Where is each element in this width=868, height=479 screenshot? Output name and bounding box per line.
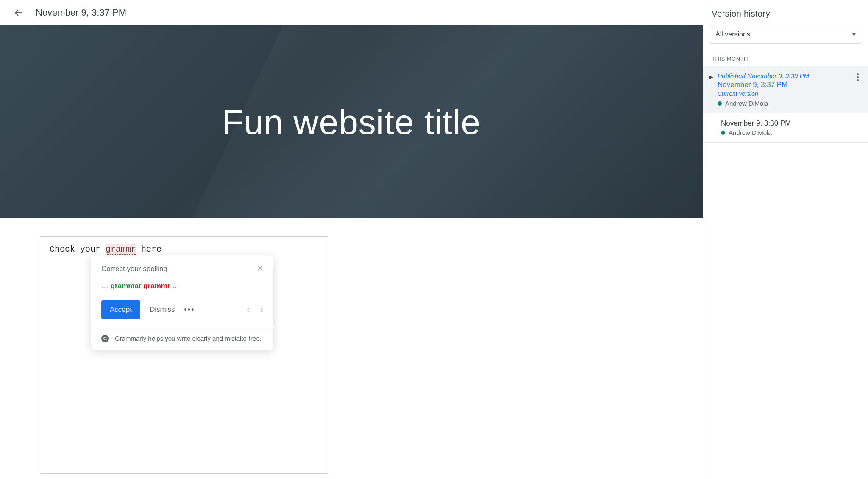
- main-area: November 9, 3:37 PM Fun website title Ch…: [0, 0, 703, 479]
- grammarly-logo-icon: G: [101, 335, 109, 342]
- close-icon[interactable]: ✕: [257, 265, 263, 272]
- popup-header: Correct your spelling ✕: [91, 255, 273, 279]
- canvas: Fun website title Check your grammr here…: [0, 25, 703, 479]
- page-title: November 9, 3:37 PM: [36, 7, 126, 18]
- accept-button[interactable]: Accept: [101, 300, 140, 319]
- grammarly-popup: Correct your spelling ✕ … grammar grammr…: [91, 255, 273, 350]
- hero-title: Fun website title: [222, 102, 481, 142]
- popup-title: Correct your spelling: [101, 265, 167, 273]
- version-history-sidebar: Version history All versions ▾ THIS MONT…: [703, 0, 868, 479]
- suggestion-line: … grammar grammr …: [101, 282, 263, 290]
- author-name: Andrew DiMola: [729, 129, 772, 136]
- popup-footer-text: Grammarly helps you write clearly and mi…: [115, 334, 262, 343]
- suggestion-new: grammar: [111, 282, 142, 290]
- author-line: Andrew DiMola: [721, 129, 861, 136]
- top-bar: November 9, 3:37 PM: [0, 0, 703, 25]
- content-box[interactable]: Check your grammr here Correct your spel…: [40, 236, 328, 474]
- popup-actions: Accept Dismiss ••• ‹ ›: [101, 300, 263, 319]
- section-label: THIS MONTH: [703, 50, 868, 66]
- prev-suggestion-icon[interactable]: ‹: [247, 304, 250, 315]
- author-color-dot: [721, 131, 725, 135]
- ellipsis-pre: …: [101, 282, 111, 290]
- more-icon[interactable]: •••: [184, 305, 195, 314]
- content-wrap: Check your grammr here Correct your spel…: [0, 218, 703, 479]
- popup-body: … grammar grammr … Accept Dismiss ••• ‹ …: [91, 279, 273, 327]
- version-item[interactable]: November 9, 3:30 PM Andrew DiMola: [703, 113, 868, 143]
- author-name: Andrew DiMola: [725, 100, 768, 107]
- current-version-label: Current version: [718, 90, 861, 97]
- author-color-dot: [718, 101, 722, 106]
- version-filter-dropdown[interactable]: All versions ▾: [709, 25, 862, 44]
- version-title: November 9, 3:30 PM: [721, 119, 861, 128]
- hero-banner: Fun website title: [0, 25, 703, 218]
- misspelled-word[interactable]: grammr: [106, 244, 136, 255]
- published-label: Published November 9, 3:39 PM: [718, 72, 861, 79]
- next-suggestion-icon[interactable]: ›: [260, 304, 263, 315]
- expand-caret-icon[interactable]: ▶: [709, 74, 714, 80]
- version-item-current[interactable]: ▶ Published November 9, 3:39 PM November…: [703, 66, 868, 113]
- text-prefix: Check your: [50, 244, 106, 254]
- version-title: November 9, 3:37 PM: [718, 81, 861, 89]
- version-item-menu[interactable]: [853, 72, 863, 82]
- author-line: Andrew DiMola: [718, 100, 861, 107]
- suggestion-old: grammr: [143, 282, 170, 290]
- sidebar-header: Version history: [703, 0, 868, 25]
- nav-arrows: ‹ ›: [247, 304, 263, 315]
- chevron-down-icon: ▾: [852, 30, 856, 38]
- arrow-left-icon: [14, 8, 24, 18]
- popup-footer: G Grammarly helps you write clearly and …: [91, 327, 273, 350]
- back-button[interactable]: [10, 4, 27, 21]
- text-suffix: here: [136, 244, 161, 254]
- filter-label: All versions: [715, 31, 750, 38]
- ellipsis-post: …: [170, 282, 180, 290]
- dismiss-button[interactable]: Dismiss: [150, 305, 175, 314]
